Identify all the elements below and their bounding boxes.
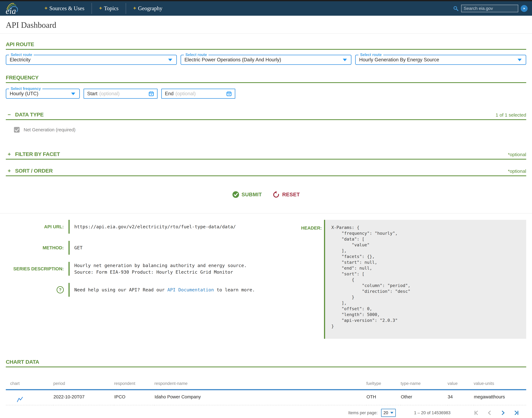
chevron-down-icon xyxy=(71,93,75,95)
plus-icon: + xyxy=(44,5,47,11)
series-description-line1: Hourly net generation by balancing autho… xyxy=(74,262,247,269)
cell-respondent: IPCO xyxy=(114,390,155,405)
frequency-heading: FREQUENCY xyxy=(6,75,39,81)
col-value-units: value-units xyxy=(474,381,526,390)
reset-button[interactable]: RESET xyxy=(273,191,300,198)
items-per-page-value: 20 xyxy=(383,410,388,415)
table-row: 2022-10-20T07 IPCO Idaho Power Company O… xyxy=(6,390,526,405)
route-select-3[interactable]: Select route Hourly Generation By Energy… xyxy=(355,55,526,65)
eia-logo[interactable]: eia xyxy=(4,2,23,15)
select-value: Hourly (UTC) xyxy=(10,91,38,96)
method-label: METHOD: xyxy=(6,245,68,250)
items-per-page-label: Items per page: xyxy=(348,410,378,415)
help-text-prefix: Need help using our API? Read our xyxy=(74,287,167,292)
route-select-2[interactable]: Select route Electric Power Operations (… xyxy=(181,55,352,65)
chevron-down-icon xyxy=(518,59,522,61)
optional-note: *optional xyxy=(508,152,526,157)
data-type-header[interactable]: − DATA TYPE 1 of 1 selected xyxy=(6,112,526,120)
chevron-right-icon xyxy=(500,410,506,416)
select-label: Select route xyxy=(358,53,383,57)
select-label: Select route xyxy=(9,53,34,57)
checkbox-label: Net Generation (required) xyxy=(24,127,75,132)
select-value: Electricity xyxy=(10,57,31,63)
frequency-section: FREQUENCY Select frequency Hourly (UTC) … xyxy=(6,75,526,99)
plus-icon: + xyxy=(99,5,102,11)
start-date-input[interactable]: Start (optional) xyxy=(84,89,157,99)
green-bar xyxy=(68,283,70,297)
end-date-input[interactable]: End (optional) xyxy=(161,89,235,99)
nav-menu: + Sources & Uses + Topics + Geography xyxy=(37,1,170,16)
first-page-icon xyxy=(473,410,479,416)
sort-order-section: + SORT / ORDER *optional xyxy=(6,168,526,176)
logo-text: eia xyxy=(6,6,16,15)
prev-page-button[interactable] xyxy=(483,410,496,416)
nav-item-label: Geography xyxy=(138,5,162,12)
series-description-label: SERIES DESCRIPTION: xyxy=(6,266,68,271)
green-bar xyxy=(68,241,70,255)
arrow-right-icon xyxy=(522,7,526,10)
api-route-section: API ROUTE Select route Electricity Selec… xyxy=(6,41,526,65)
col-type-name: type-name xyxy=(401,381,447,390)
api-documentation-link[interactable]: API Documentation xyxy=(167,287,214,292)
optional-hint: (optional) xyxy=(175,91,196,96)
cell-type-name: Other xyxy=(401,390,447,405)
col-period: period xyxy=(53,381,114,390)
search-input[interactable] xyxy=(461,5,518,12)
collapse-icon[interactable]: − xyxy=(6,112,11,118)
pagination-range: 1 – 20 of 14536983 xyxy=(414,410,451,415)
optional-hint: (optional) xyxy=(99,91,120,96)
cell-respondent-name: Idaho Power Company xyxy=(155,390,366,405)
expand-icon[interactable]: + xyxy=(6,168,11,174)
nav-item-topics[interactable]: + Topics xyxy=(92,5,126,12)
last-page-icon xyxy=(514,410,519,416)
select-value: Hourly Generation By Energy Source xyxy=(359,57,439,63)
selected-count: 1 of 1 selected xyxy=(496,112,526,118)
cell-value: 34 xyxy=(447,390,474,405)
line-chart-icon[interactable] xyxy=(17,396,23,403)
route-select-1[interactable]: Select route Electricity xyxy=(6,55,177,65)
pagination-bar: Items per page: 20 1 – 20 of 14536983 xyxy=(0,408,532,418)
filter-facet-section: + FILTER BY FACET *optional xyxy=(6,151,526,160)
plus-icon: + xyxy=(133,5,136,11)
search-go-button[interactable] xyxy=(521,5,528,12)
next-page-button[interactable] xyxy=(496,410,510,416)
start-label: Start xyxy=(87,91,97,96)
select-label: Select route xyxy=(184,53,209,57)
sort-order-header[interactable]: + SORT / ORDER *optional xyxy=(6,168,526,176)
chevron-down-icon xyxy=(343,59,347,61)
nav-item-sources-uses[interactable]: + Sources & Uses xyxy=(37,5,91,12)
chevron-down-icon xyxy=(390,412,393,414)
nav-item-geography[interactable]: + Geography xyxy=(126,5,170,12)
net-generation-checkbox[interactable] xyxy=(14,127,20,133)
optional-note: *optional xyxy=(508,169,526,174)
expand-icon[interactable]: + xyxy=(6,151,11,157)
select-value: Electric Power Operations (Daily And Hou… xyxy=(185,57,281,63)
submit-button[interactable]: SUBMIT xyxy=(232,191,262,198)
col-fueltype: fueltype xyxy=(366,381,401,390)
page-title: API Dashboard xyxy=(6,20,526,30)
series-description-line2: Source: Form EIA-930 Product: Hourly Ele… xyxy=(74,269,247,275)
data-type-heading: DATA TYPE xyxy=(15,112,44,118)
end-label: End xyxy=(165,91,174,96)
col-value: value xyxy=(447,381,474,390)
window-edge xyxy=(0,0,532,1)
frequency-select[interactable]: Select frequency Hourly (UTC) xyxy=(6,89,80,99)
header-label: HEADER: xyxy=(300,225,324,231)
nav-item-label: Topics xyxy=(104,5,119,12)
last-page-button[interactable] xyxy=(510,410,523,416)
chevron-down-icon xyxy=(168,59,172,61)
calendar-icon[interactable] xyxy=(226,91,232,96)
top-navbar: eia + Sources & Uses + Topics + Geograph… xyxy=(0,1,532,16)
filter-facet-header[interactable]: + FILTER BY FACET *optional xyxy=(6,151,526,160)
calendar-icon[interactable] xyxy=(149,91,154,96)
reset-label: RESET xyxy=(282,192,300,197)
items-per-page-select[interactable]: 20 xyxy=(381,409,396,417)
api-url-value: https://api.eia.gov/v2/electricity/rto/f… xyxy=(70,223,236,230)
select-label: Select frequency xyxy=(9,86,42,91)
col-chart: chart xyxy=(6,381,53,390)
cell-value-units: megawatthours xyxy=(474,390,526,405)
sort-order-heading: SORT / ORDER xyxy=(15,168,53,174)
first-page-button[interactable] xyxy=(469,410,483,416)
green-bar xyxy=(68,262,70,276)
api-url-label: API URL: xyxy=(6,224,68,229)
